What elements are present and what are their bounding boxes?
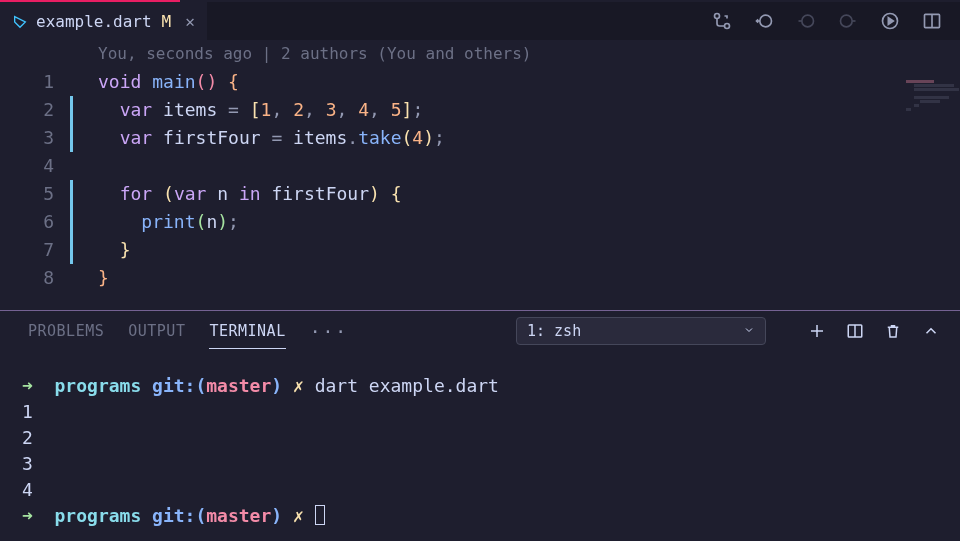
- git-blame-annotation: You, seconds ago | 2 authors (You and ot…: [70, 40, 960, 68]
- tab-bar: example.dart M ✕: [0, 2, 960, 40]
- line-number: 7: [0, 236, 54, 264]
- revert-icon[interactable]: [754, 11, 774, 31]
- tab-modified-indicator: M: [162, 12, 172, 31]
- next-change-icon[interactable]: [838, 11, 858, 31]
- editor-tab[interactable]: example.dart M ✕: [0, 2, 207, 40]
- svg-point-4: [841, 15, 853, 27]
- line-number: 5: [0, 180, 54, 208]
- svg-point-1: [725, 24, 730, 29]
- editor[interactable]: 1 2 3 4 5 6 7 8 You, seconds ago | 2 aut…: [0, 40, 960, 310]
- terminal-selector-label: 1: zsh: [527, 322, 581, 340]
- chevron-down-icon: [743, 322, 755, 340]
- terminal-cursor: [315, 505, 325, 525]
- svg-point-3: [802, 15, 814, 27]
- panel-header: PROBLEMS OUTPUT TERMINAL ··· 1: zsh: [0, 311, 960, 351]
- tab-problems[interactable]: PROBLEMS: [28, 322, 104, 340]
- line-number: 8: [0, 264, 54, 292]
- code-content[interactable]: void main() { var items = [1, 2, 3, 4, 5…: [70, 68, 960, 292]
- split-editor-icon[interactable]: [922, 11, 942, 31]
- line-number: 3: [0, 124, 54, 152]
- line-number: 4: [0, 152, 54, 180]
- line-number: 6: [0, 208, 54, 236]
- terminal-output[interactable]: ➜ programs git:(master) ✗ dart example.d…: [0, 351, 960, 541]
- svg-point-0: [715, 14, 720, 19]
- line-gutter: 1 2 3 4 5 6 7 8: [0, 40, 70, 310]
- maximize-panel-icon[interactable]: [922, 322, 940, 340]
- run-icon[interactable]: [880, 11, 900, 31]
- more-tabs-icon[interactable]: ···: [310, 321, 349, 342]
- minimap[interactable]: [906, 80, 956, 120]
- compare-changes-icon[interactable]: [712, 11, 732, 31]
- terminal-selector[interactable]: 1: zsh: [516, 317, 766, 345]
- tab-output[interactable]: OUTPUT: [128, 322, 185, 340]
- split-terminal-icon[interactable]: [846, 322, 864, 340]
- kill-terminal-icon[interactable]: [884, 322, 902, 340]
- dart-file-icon: [12, 13, 28, 29]
- line-number: 2: [0, 96, 54, 124]
- close-icon[interactable]: ✕: [185, 12, 195, 31]
- editor-actions: [712, 11, 960, 31]
- tab-terminal[interactable]: TERMINAL: [209, 322, 285, 349]
- tab-filename: example.dart: [36, 12, 152, 31]
- prev-change-icon[interactable]: [796, 11, 816, 31]
- svg-point-2: [760, 15, 772, 27]
- new-terminal-icon[interactable]: [808, 322, 826, 340]
- line-number: 1: [0, 68, 54, 96]
